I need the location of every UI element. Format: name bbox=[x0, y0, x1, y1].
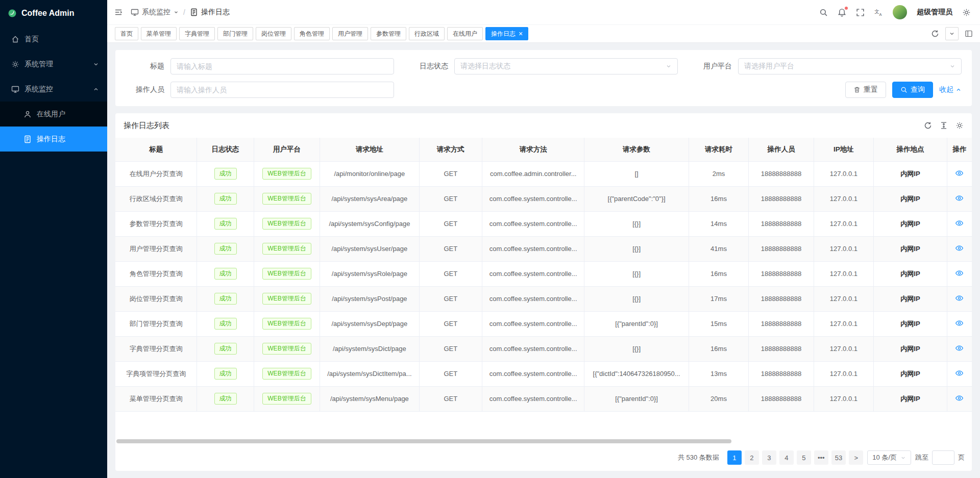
tab-菜单管理[interactable]: 菜单管理 bbox=[141, 27, 177, 40]
refresh-icon[interactable] bbox=[931, 30, 939, 38]
page-button-2[interactable]: 2 bbox=[745, 450, 759, 465]
svg-text:A: A bbox=[879, 12, 882, 17]
tab-label: 用户管理 bbox=[338, 30, 362, 38]
tab-岗位管理[interactable]: 岗位管理 bbox=[256, 27, 291, 40]
sidebar-item-home[interactable]: 首页 bbox=[0, 27, 107, 52]
avatar[interactable] bbox=[893, 5, 907, 19]
title-input[interactable] bbox=[170, 58, 394, 74]
page-button-1[interactable]: 1 bbox=[727, 450, 742, 465]
page-size-select[interactable]: 10 条/页 bbox=[867, 450, 911, 465]
view-detail-eye-icon[interactable] bbox=[955, 169, 964, 178]
page-button-53[interactable]: 53 bbox=[831, 450, 846, 465]
next-page-button[interactable]: > bbox=[849, 450, 863, 465]
logo-icon bbox=[8, 9, 16, 17]
view-detail-eye-icon[interactable] bbox=[955, 219, 964, 228]
view-detail-eye-icon[interactable] bbox=[955, 394, 964, 402]
filter-field-status: 日志状态 请选择日志状态 bbox=[409, 58, 678, 74]
cell-method: GET bbox=[419, 311, 482, 336]
operator-input[interactable] bbox=[170, 82, 394, 98]
cell-platform: WEB管理后台 bbox=[254, 211, 320, 236]
sidebar-submenu-system-monitor: 在线用户 操作日志 bbox=[0, 102, 107, 152]
tab-actions-dropdown[interactable] bbox=[945, 27, 959, 40]
view-detail-eye-icon[interactable] bbox=[955, 244, 964, 253]
jump-suffix-label: 页 bbox=[958, 453, 965, 462]
cell-ip: 127.0.0.1 bbox=[814, 261, 873, 286]
chevron-up-icon bbox=[955, 87, 962, 93]
cell-method: GET bbox=[419, 186, 482, 211]
page-button-5[interactable]: 5 bbox=[797, 450, 811, 465]
cell-title: 岗位管理分页查询 bbox=[115, 286, 197, 311]
cell-title: 字典项管理分页查询 bbox=[115, 361, 197, 386]
user-platform-select[interactable]: 请选择用户平台 bbox=[738, 58, 962, 74]
translate-icon[interactable]: 文A bbox=[874, 8, 883, 17]
view-detail-eye-icon[interactable] bbox=[955, 194, 964, 203]
cell-method: GET bbox=[419, 211, 482, 236]
table-tools bbox=[924, 121, 964, 130]
platform-badge: WEB管理后台 bbox=[262, 193, 311, 205]
sidebar-item-online-users[interactable]: 在线用户 bbox=[0, 102, 107, 127]
table-row: 岗位管理分页查询成功WEB管理后台/api/system/sysPost/pag… bbox=[115, 286, 972, 311]
refresh-icon[interactable] bbox=[924, 121, 932, 130]
menu-fold-icon[interactable] bbox=[114, 8, 122, 16]
status-badge: 成功 bbox=[214, 368, 237, 380]
log-status-select[interactable]: 请选择日志状态 bbox=[454, 58, 678, 74]
sidebar-item-operation-log[interactable]: 操作日志 bbox=[0, 127, 107, 152]
sidebar-item-system-monitor[interactable]: 系统监控 bbox=[0, 77, 107, 102]
horizontal-scrollbar-thumb[interactable] bbox=[116, 439, 731, 443]
view-detail-eye-icon[interactable] bbox=[955, 369, 964, 378]
column-header-用户平台: 用户平台 bbox=[254, 138, 320, 161]
jump-page-input[interactable] bbox=[932, 450, 954, 465]
cell-method: GET bbox=[419, 261, 482, 286]
layout-settings-icon[interactable] bbox=[965, 30, 973, 38]
tab-角色管理[interactable]: 角色管理 bbox=[294, 27, 330, 40]
view-detail-eye-icon[interactable] bbox=[955, 344, 964, 353]
platform-badge: WEB管理后台 bbox=[262, 318, 311, 330]
cell-params: [{}] bbox=[584, 261, 689, 286]
trash-icon bbox=[853, 86, 861, 93]
fullscreen-icon[interactable] bbox=[856, 8, 865, 17]
tab-参数管理[interactable]: 参数管理 bbox=[371, 27, 406, 40]
tab-操作日志[interactable]: 操作日志× bbox=[485, 27, 528, 40]
table-row: 行政区域分页查询成功WEB管理后台/api/system/sysArea/pag… bbox=[115, 186, 972, 211]
settings-gear-icon[interactable] bbox=[962, 8, 971, 17]
page-button-3[interactable]: 3 bbox=[762, 450, 776, 465]
table-row: 参数管理分页查询成功WEB管理后台/api/system/sysConfig/p… bbox=[115, 211, 972, 236]
view-detail-eye-icon[interactable] bbox=[955, 269, 964, 278]
status-badge: 成功 bbox=[214, 393, 237, 405]
user-name[interactable]: 超级管理员 bbox=[917, 8, 952, 17]
table-row: 字典项管理分页查询成功WEB管理后台/api/system/sysDictIte… bbox=[115, 361, 972, 386]
sidebar-item-system-management[interactable]: 系统管理 bbox=[0, 52, 107, 77]
status-badge: 成功 bbox=[214, 193, 237, 205]
search-icon[interactable] bbox=[819, 8, 828, 17]
logo: Coffee Admin bbox=[0, 0, 107, 27]
row-height-icon[interactable] bbox=[940, 121, 948, 130]
cell-ip: 127.0.0.1 bbox=[814, 361, 873, 386]
breadcrumb-section[interactable]: 系统监控 bbox=[131, 8, 179, 17]
cell-action bbox=[947, 161, 972, 186]
tab-部门管理[interactable]: 部门管理 bbox=[217, 27, 253, 40]
reset-button[interactable]: 重置 bbox=[845, 82, 886, 98]
view-detail-eye-icon[interactable] bbox=[955, 294, 964, 303]
cell-params: [] bbox=[584, 161, 689, 186]
cell-duration: 16ms bbox=[689, 186, 748, 211]
tab-close-icon[interactable]: × bbox=[519, 30, 523, 37]
tab-用户管理[interactable]: 用户管理 bbox=[332, 27, 368, 40]
notification-bell-icon[interactable] bbox=[838, 8, 846, 17]
jump-prefix-label: 跳至 bbox=[915, 453, 928, 462]
collapse-filter-button[interactable]: 收起 bbox=[939, 85, 962, 94]
search-button[interactable]: 查询 bbox=[892, 82, 933, 98]
cell-operator: 18888888888 bbox=[749, 386, 814, 411]
chevron-down-icon bbox=[949, 31, 955, 37]
tab-label: 操作日志 bbox=[491, 30, 516, 38]
view-detail-eye-icon[interactable] bbox=[955, 319, 964, 328]
page-button-4[interactable]: 4 bbox=[779, 450, 794, 465]
cell-method: GET bbox=[419, 236, 482, 261]
tab-字典管理[interactable]: 字典管理 bbox=[179, 27, 215, 40]
column-settings-gear-icon[interactable] bbox=[955, 121, 964, 130]
tab-首页[interactable]: 首页 bbox=[115, 27, 138, 40]
horizontal-scrollbar-track bbox=[115, 438, 972, 444]
page-ellipsis[interactable]: ••• bbox=[814, 450, 828, 465]
cell-title: 部门管理分页查询 bbox=[115, 311, 197, 336]
tab-行政区域[interactable]: 行政区域 bbox=[409, 27, 445, 40]
tab-在线用户[interactable]: 在线用户 bbox=[447, 27, 483, 40]
